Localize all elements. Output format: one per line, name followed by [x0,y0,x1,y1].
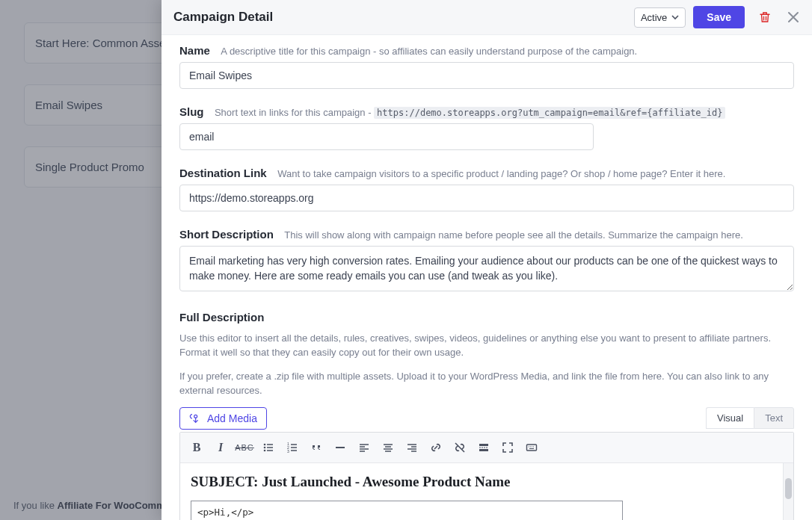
add-media-button[interactable]: Add Media [179,407,267,430]
full-desc-label: Full Description [179,311,794,324]
toolbar-toggle-button[interactable] [521,437,542,458]
editor-scrollbar[interactable] [783,463,793,520]
hr-icon [334,442,346,454]
delete-button[interactable] [755,7,775,27]
short-desc-label: Short Description [179,228,274,241]
scrollbar-thumb[interactable] [785,478,792,499]
tab-visual[interactable]: Visual [706,407,754,429]
align-center-button[interactable] [378,437,399,458]
read-more-icon [478,442,490,454]
modal-body: Name A descriptive title for this campai… [162,35,812,520]
align-right-icon [406,442,418,454]
name-hint: A descriptive title for this campaign - … [221,46,637,57]
hr-button[interactable] [330,437,351,458]
svg-text:3: 3 [287,449,289,454]
strikethrough-button[interactable]: ABC [234,437,255,458]
destination-hint: Want to take campaign visitors to a spec… [277,168,725,179]
italic-button[interactable]: I [210,437,231,458]
destination-label: Destination Link [179,167,267,179]
field-full-description: Full Description Use this editor to inse… [179,311,794,520]
bullet-list-button[interactable] [258,437,279,458]
field-name: Name A descriptive title for this campai… [179,44,794,89]
slug-hint: Short text in links for this campaign - … [215,107,726,118]
trash-icon [758,10,772,24]
align-right-button[interactable] [402,437,422,458]
full-desc-hint-2: If you prefer, create a .zip file with m… [179,369,794,398]
slug-input[interactable] [179,123,594,150]
field-short-description: Short Description This will show along w… [179,228,794,294]
status-value: Active [641,12,667,23]
align-left-button[interactable] [354,437,375,458]
editor-mode-tabs: Visual Text [179,407,794,429]
modal-title: Campaign Detail [173,10,634,25]
editor-content-area[interactable]: SUBJECT: Just Launched - Awesome Product… [180,463,793,520]
fullscreen-button[interactable] [497,437,518,458]
link-icon [430,442,442,454]
quote-icon [310,442,322,454]
destination-input[interactable] [179,185,794,211]
svg-point-1 [264,443,266,445]
link-button[interactable] [425,437,446,458]
svg-point-3 [264,449,266,451]
slug-label: Slug [179,105,204,118]
keyboard-icon [526,442,538,454]
status-dropdown[interactable]: Active [634,7,686,28]
field-destination: Destination Link Want to take campaign v… [179,167,794,211]
bold-button[interactable]: B [186,437,207,458]
svg-point-2 [264,446,266,448]
close-icon [787,10,800,24]
modal-header: Campaign Detail Active Save [162,0,812,35]
align-center-icon [382,442,394,454]
numbered-list-button[interactable]: 123 [282,437,303,458]
tab-text[interactable]: Text [754,407,794,429]
full-desc-hint-1: Use this editor to insert all the detail… [179,331,794,360]
ol-icon: 123 [286,442,298,454]
chevron-down-icon [671,13,679,21]
campaign-detail-modal: Campaign Detail Active Save Name A descr… [162,0,812,520]
align-left-icon [358,442,370,454]
field-slug: Slug Short text in links for this campai… [179,105,794,150]
media-icon [189,412,201,424]
editor-toolbar: B I ABC 123 [180,433,793,463]
read-more-button[interactable] [473,437,494,458]
unlink-button[interactable] [449,437,470,458]
blockquote-button[interactable] [306,437,327,458]
fullscreen-icon [502,442,514,454]
close-button[interactable] [784,7,803,27]
svg-rect-7 [527,445,537,451]
short-desc-textarea[interactable]: Email marketing has very high conversion… [179,246,794,291]
short-desc-hint: This will show along with campaign name … [284,229,743,241]
ul-icon [262,442,274,454]
name-label: Name [179,44,210,57]
unlink-icon [454,442,466,454]
save-button[interactable]: Save [693,6,745,28]
name-input[interactable] [179,62,794,89]
editor-code-block: <p>Hi,</p> <p>Want to {your product's ma… [191,501,623,520]
rich-text-editor: B I ABC 123 [179,432,794,520]
editor-subject-line: SUBJECT: Just Launched - Awesome Product… [191,474,783,490]
